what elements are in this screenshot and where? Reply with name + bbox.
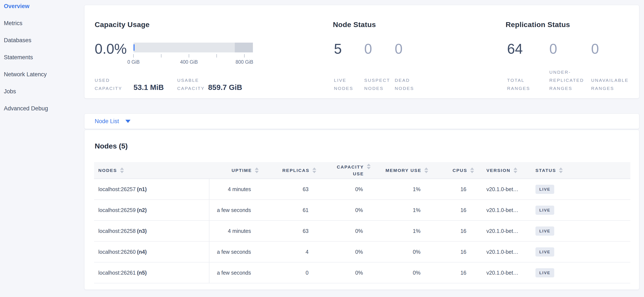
node-status-title: Node Status bbox=[333, 20, 376, 29]
table-row: localhost:26259(n2) a few seconds 61 0% … bbox=[94, 200, 630, 221]
column-label: MEMORY USE bbox=[386, 168, 421, 173]
sort-icon bbox=[559, 167, 563, 173]
sidebar-item-statements[interactable]: Statements bbox=[4, 54, 80, 71]
cpus-cell: 16 bbox=[430, 221, 476, 241]
version-cell: v20.1.0-bet… bbox=[476, 241, 533, 262]
column-label: NODES bbox=[98, 168, 117, 173]
column-label: REPLICAS bbox=[282, 168, 310, 173]
replicas-cell: 61 bbox=[260, 200, 318, 221]
axis-tick-label: 800 GiB bbox=[236, 59, 253, 65]
status-badge: LIVE bbox=[536, 268, 554, 278]
cpus-cell: 16 bbox=[430, 179, 476, 200]
memory-use-cell: 0% bbox=[372, 262, 430, 283]
column-header-cpus[interactable]: CPUS bbox=[430, 162, 476, 179]
total-ranges-label: TOTAL RANGES bbox=[507, 76, 546, 92]
node-address-cell[interactable]: localhost:26259(n2) bbox=[94, 200, 209, 221]
column-label: VERSION bbox=[486, 168, 510, 173]
status-badge: LIVE bbox=[536, 227, 554, 236]
sort-icon bbox=[470, 167, 474, 173]
uptime-cell: a few seconds bbox=[209, 200, 260, 221]
cluster-summary-card: Capacity Usage 0.0% 0 GiB 400 GiB 800 Gi… bbox=[84, 5, 639, 98]
column-label: STATUS bbox=[536, 168, 556, 173]
node-list-dropdown-label: Node List bbox=[95, 118, 119, 125]
status-cell: LIVE bbox=[533, 241, 630, 262]
axis-tick-label: 0 GiB bbox=[127, 59, 140, 65]
column-header-replicas[interactable]: REPLICAS bbox=[260, 162, 318, 179]
used-capacity-value: 53.1 MiB bbox=[134, 83, 164, 92]
memory-use-cell: 0% bbox=[372, 241, 430, 262]
suspect-nodes-label: SUSPECT NODES bbox=[364, 76, 392, 92]
under-replicated-ranges-label: UNDER-REPLICATED RANGES bbox=[549, 68, 590, 92]
table-header-row: NODES UPTIME REPLICAS CAPACITY USE MEMOR… bbox=[94, 162, 630, 179]
sidebar-item-jobs[interactable]: Jobs bbox=[4, 88, 80, 105]
status-cell: LIVE bbox=[533, 200, 630, 221]
dead-nodes-label: DEAD NODES bbox=[395, 76, 422, 92]
version-cell: v20.1.0-bet… bbox=[476, 200, 533, 221]
table-row: localhost:26261(n5) a few seconds 0 0% 0… bbox=[94, 262, 630, 283]
chevron-down-icon bbox=[126, 120, 130, 123]
sidebar-item-advanced-debug[interactable]: Advanced Debug bbox=[4, 105, 80, 122]
capacity-use-cell: 0% bbox=[318, 241, 372, 262]
sidebar: Overview Metrics Databases Statements Ne… bbox=[4, 2, 80, 122]
sort-icon bbox=[367, 164, 370, 169]
capacity-bar-reserved-segment bbox=[235, 43, 253, 52]
column-header-status[interactable]: STATUS bbox=[533, 162, 630, 179]
usable-capacity-label: USABLE CAPACITY bbox=[177, 76, 212, 92]
sidebar-item-overview[interactable]: Overview bbox=[4, 2, 80, 19]
replicas-cell: 0 bbox=[260, 262, 318, 283]
node-address-cell[interactable]: localhost:26258(n3) bbox=[94, 221, 209, 241]
uptime-cell: a few seconds bbox=[209, 241, 260, 262]
sort-icon bbox=[424, 167, 428, 173]
capacity-bar-chart bbox=[134, 43, 253, 52]
total-ranges-count: 64 bbox=[507, 42, 523, 56]
column-header-uptime[interactable]: UPTIME bbox=[209, 162, 260, 179]
column-header-capacity-use[interactable]: CAPACITY USE bbox=[318, 162, 372, 179]
capacity-usage-title: Capacity Usage bbox=[95, 20, 150, 29]
memory-use-cell: 1% bbox=[372, 200, 430, 221]
cpus-cell: 16 bbox=[430, 262, 476, 283]
nodes-table: NODES UPTIME REPLICAS CAPACITY USE MEMOR… bbox=[94, 162, 630, 283]
sort-icon bbox=[120, 167, 124, 173]
capacity-use-cell: 0% bbox=[318, 262, 372, 283]
live-nodes-count: 5 bbox=[334, 42, 342, 56]
cpus-cell: 16 bbox=[430, 200, 476, 221]
axis-tick bbox=[133, 54, 134, 57]
uptime-cell: 4 minutes bbox=[209, 179, 260, 200]
replicas-cell: 63 bbox=[260, 221, 318, 241]
axis-tick-label: 400 GiB bbox=[180, 59, 198, 65]
live-nodes-label: LIVE NODES bbox=[334, 76, 360, 92]
axis-tick bbox=[189, 54, 189, 57]
node-address-cell[interactable]: localhost:26260(n4) bbox=[94, 241, 209, 262]
memory-use-cell: 1% bbox=[372, 179, 430, 200]
cpus-cell: 16 bbox=[430, 241, 476, 262]
sidebar-item-network-latency[interactable]: Network Latency bbox=[4, 71, 80, 88]
node-address-cell[interactable]: localhost:26257(n1) bbox=[94, 179, 209, 200]
status-cell: LIVE bbox=[533, 262, 630, 283]
sidebar-item-databases[interactable]: Databases bbox=[4, 37, 80, 54]
axis-tick bbox=[161, 54, 162, 57]
status-cell: LIVE bbox=[533, 179, 630, 200]
status-cell: LIVE bbox=[533, 221, 630, 241]
column-header-memory-use[interactable]: MEMORY USE bbox=[372, 162, 430, 179]
version-cell: v20.1.0-bet… bbox=[476, 221, 533, 241]
under-replicated-ranges-count: 0 bbox=[549, 42, 557, 56]
column-header-version[interactable]: VERSION bbox=[476, 162, 533, 179]
replication-status-title: Replication Status bbox=[506, 20, 570, 29]
sort-icon bbox=[255, 167, 259, 173]
unavailable-ranges-count: 0 bbox=[591, 42, 599, 56]
sort-icon bbox=[312, 167, 316, 173]
table-row: localhost:26260(n4) a few seconds 4 0% 0… bbox=[94, 241, 630, 262]
node-list-dropdown[interactable]: Node List bbox=[95, 118, 130, 125]
usable-capacity-value: 859.7 GiB bbox=[208, 83, 242, 92]
version-cell: v20.1.0-bet… bbox=[476, 262, 533, 283]
node-address-cell[interactable]: localhost:26261(n5) bbox=[94, 262, 209, 283]
capacity-use-cell: 0% bbox=[318, 200, 372, 221]
sidebar-item-metrics[interactable]: Metrics bbox=[4, 19, 80, 37]
column-label: CPUS bbox=[452, 168, 467, 173]
dead-nodes-count: 0 bbox=[395, 42, 402, 56]
status-badge: LIVE bbox=[536, 185, 554, 194]
column-label: CAPACITY USE bbox=[330, 164, 364, 177]
status-badge: LIVE bbox=[536, 206, 554, 215]
column-header-nodes[interactable]: NODES bbox=[94, 162, 209, 179]
unavailable-ranges-label: UNAVAILABLE RANGES bbox=[591, 76, 642, 92]
